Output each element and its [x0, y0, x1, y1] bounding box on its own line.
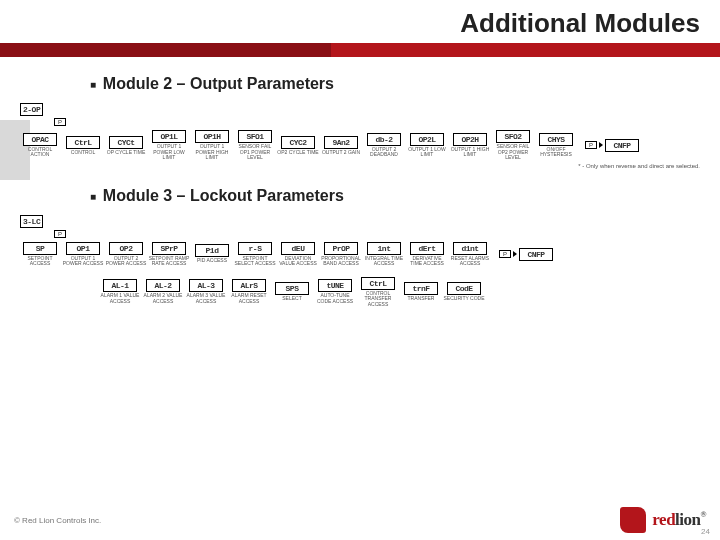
segment-display: OP2H: [453, 133, 487, 146]
param-block: 1ntINTEGRAL TIME ACCESS: [364, 242, 404, 267]
title-bar: Additional Modules: [0, 0, 720, 43]
segment-display: AL-3: [189, 279, 223, 292]
param-block: OP1OUTPUT 1 POWER ACCESS: [63, 242, 103, 267]
param-block: SFO1SENSOR FAIL OP1 POWER LEVEL: [235, 130, 275, 161]
param-label: OUTPUT 1 POWER HIGH LIMIT: [191, 144, 233, 161]
segment-display: r-S: [238, 242, 272, 255]
lion-icon: [620, 507, 646, 533]
segment-display: db-2: [367, 133, 401, 146]
param-block: r-SSETPOINT SELECT ACCESS: [235, 242, 275, 267]
param-block: AL-1ALARM 1 VALUE ACCESS: [100, 279, 140, 304]
content-area: Module 2 – Output Parameters 2-OP P OPAC…: [0, 57, 720, 307]
segment-display: CtrL: [361, 277, 395, 290]
segment-display: OP1H: [195, 130, 229, 143]
copyright: © Red Lion Controls Inc.: [14, 516, 101, 525]
param-label: CONTROL ACTION: [19, 147, 61, 158]
param-block: trnFTRANSFER: [401, 282, 441, 302]
segment-display: dEU: [281, 242, 315, 255]
param-label: SETPOINT ACCESS: [19, 256, 61, 267]
footnote: * - Only when reverse and direct are sel…: [20, 163, 700, 169]
param-label: ON/OFF HYSTERESIS: [535, 147, 577, 158]
segment-display: CYC2: [281, 136, 315, 149]
p-button: P: [585, 141, 597, 149]
param-label: OUTPUT 1 HIGH LIMIT: [449, 147, 491, 158]
segment-display: PrOP: [324, 242, 358, 255]
param-block: SPrPSETPOINT RAMP RATE ACCESS: [149, 242, 189, 267]
entry-tag-2op: 2-OP: [20, 103, 43, 116]
segment-display: AL-1: [103, 279, 137, 292]
segment-display: CodE: [447, 282, 481, 295]
end-segment: CNFP: [605, 139, 639, 152]
param-label: RESET ALARMS ACCESS: [449, 256, 491, 267]
param-block: db-2OUTPUT 2 DEADBAND: [364, 133, 404, 158]
param-block: OPACCONTROL ACTION: [20, 133, 60, 158]
segment-display: P1d: [195, 244, 229, 257]
param-label: ALARM 2 VALUE ACCESS: [142, 293, 184, 304]
segment-display: OP1L: [152, 130, 186, 143]
segment-display: SFO2: [496, 130, 530, 143]
segment-display: d1nt: [453, 242, 487, 255]
param-block: d1ntRESET ALARMS ACCESS: [450, 242, 490, 267]
diagram-module-2: 2-OP P OPACCONTROL ACTIONCtrLCONTROLCYCt…: [20, 99, 700, 169]
param-label: ALARM 1 VALUE ACCESS: [99, 293, 141, 304]
param-block: CHYSON/OFF HYSTERESIS: [536, 133, 576, 158]
param-block: dErtDERIVATIVE TIME ACCESS: [407, 242, 447, 267]
param-label: OUTPUT 1 LOW LIMIT: [406, 147, 448, 158]
segment-display: 9An2: [324, 136, 358, 149]
segment-display: CHYS: [539, 133, 573, 146]
param-label: DERIVATIVE TIME ACCESS: [406, 256, 448, 267]
segment-display: OP1: [66, 242, 100, 255]
entry-tag-3lc: 3-LC: [20, 215, 43, 228]
section-heading-module-3: Module 3 – Lockout Parameters: [90, 187, 700, 205]
param-label: INTEGRAL TIME ACCESS: [363, 256, 405, 267]
param-label: OP2 CYCLE TIME: [277, 150, 319, 156]
p-button: P: [54, 230, 66, 238]
param-block: AL-2ALARM 2 VALUE ACCESS: [143, 279, 183, 304]
segment-display: OP2: [109, 242, 143, 255]
param-block: CtrLCONTROL: [63, 136, 103, 156]
param-block: PrOPPROPORTIONAL BAND ACCESS: [321, 242, 361, 267]
diagram-module-3: 3-LC P SPSETPOINT ACCESSOP1OUTPUT 1 POWE…: [20, 211, 700, 308]
param-label: SENSOR FAIL OP2 POWER LEVEL: [492, 144, 534, 161]
param-block: SFO2SENSOR FAIL OP2 POWER LEVEL: [493, 130, 533, 161]
red-accent-band: [0, 43, 720, 57]
param-block: CYCtOP CYCLE TIME: [106, 136, 146, 156]
segment-display: CtrL: [66, 136, 100, 149]
param-block: P1dPID ACCESS: [192, 244, 232, 264]
segment-display: dErt: [410, 242, 444, 255]
segment-display: trnF: [404, 282, 438, 295]
end-cnfp-2: PCNFP: [499, 248, 553, 261]
segment-display: OPAC: [23, 133, 57, 146]
param-label: ALARM 3 VALUE ACCESS: [185, 293, 227, 304]
param-block: ALrSALARM RESET ACCESS: [229, 279, 269, 304]
segment-display: AL-2: [146, 279, 180, 292]
param-label: OUTPUT 1 POWER ACCESS: [62, 256, 104, 267]
segment-display: SPS: [275, 282, 309, 295]
end-segment: CNFP: [519, 248, 553, 261]
param-label: SELECT: [271, 296, 313, 302]
segment-display: tUNE: [318, 279, 352, 292]
param-label: SETPOINT SELECT ACCESS: [234, 256, 276, 267]
param-block: CodESECURITY CODE: [444, 282, 484, 302]
segment-display: SFO1: [238, 130, 272, 143]
end-cnfp-1: PCNFP: [585, 139, 639, 152]
section-heading-module-2: Module 2 – Output Parameters: [90, 75, 700, 93]
param-label: CONTROL TRANSFER ACCESS: [357, 291, 399, 308]
p-button: P: [54, 118, 66, 126]
param-block: CYC2OP2 CYCLE TIME: [278, 136, 318, 156]
page-number: 24: [701, 527, 710, 536]
segment-display: SP: [23, 242, 57, 255]
segment-display: OP2L: [410, 133, 444, 146]
param-block: OP1HOUTPUT 1 POWER HIGH LIMIT: [192, 130, 232, 161]
footer: © Red Lion Controls Inc. redlion®: [0, 500, 720, 540]
segment-display: SPrP: [152, 242, 186, 255]
param-block: dEUDEVIATION VALUE ACCESS: [278, 242, 318, 267]
param-label: OP CYCLE TIME: [105, 150, 147, 156]
param-block: OP1LOUTPUT 1 POWER LOW LIMIT: [149, 130, 189, 161]
page-title: Additional Modules: [0, 8, 700, 39]
segment-display: CYCt: [109, 136, 143, 149]
param-label: ALARM RESET ACCESS: [228, 293, 270, 304]
param-label: OUTPUT 2 GAIN: [320, 150, 362, 156]
logo-text-lion: lion: [675, 510, 700, 529]
segment-display: 1nt: [367, 242, 401, 255]
